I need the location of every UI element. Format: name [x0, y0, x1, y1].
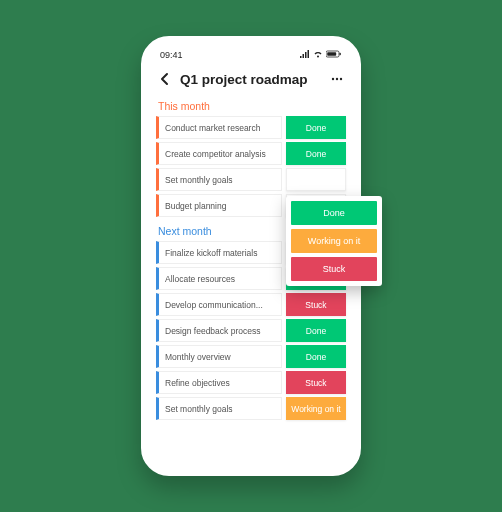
task-cell[interactable]: Finalize kickoff materials: [156, 241, 282, 264]
status-cell[interactable]: Done: [286, 142, 346, 165]
task-cell[interactable]: Budget planning: [156, 194, 282, 217]
page-title: Q1 project roadmap: [180, 72, 322, 87]
svg-rect-2: [340, 53, 341, 55]
status-cell[interactable]: Done: [286, 116, 346, 139]
battery-icon: [326, 50, 342, 60]
svg-point-5: [340, 78, 342, 80]
table-row: Develop communication...Stuck: [156, 293, 346, 316]
svg-point-4: [336, 78, 338, 80]
table-row: Design feedback processDone: [156, 319, 346, 342]
task-cell[interactable]: Allocate resources: [156, 267, 282, 290]
status-picker-popover: DoneWorking on itStuck: [286, 196, 382, 286]
task-cell[interactable]: Develop communication...: [156, 293, 282, 316]
status-cell[interactable]: Stuck: [286, 371, 346, 394]
table-row: Create competitor analysisDone: [156, 142, 346, 165]
wifi-icon: [313, 50, 323, 60]
table-row: Set monthly goalsWorking on it: [156, 397, 346, 420]
svg-point-3: [332, 78, 334, 80]
more-horizontal-icon: [330, 72, 344, 86]
signal-icon: [300, 50, 310, 60]
status-option[interactable]: Done: [291, 201, 377, 225]
task-cell[interactable]: Refine objectives: [156, 371, 282, 394]
table-row: Monthly overviewDone: [156, 345, 346, 368]
section-header-this-month[interactable]: This month: [148, 98, 354, 116]
task-cell[interactable]: Create competitor analysis: [156, 142, 282, 165]
more-button[interactable]: [328, 70, 346, 88]
task-cell[interactable]: Monthly overview: [156, 345, 282, 368]
status-cell[interactable]: Working on it: [286, 397, 346, 420]
status-option[interactable]: Stuck: [291, 257, 377, 281]
chevron-left-icon: [158, 72, 172, 86]
status-time: 09:41: [160, 50, 183, 60]
svg-rect-1: [327, 52, 336, 56]
table-row: Refine objectivesStuck: [156, 371, 346, 394]
phone-frame: 09:41 Q1 project roadmap T: [141, 36, 361, 476]
task-cell[interactable]: Set monthly goals: [156, 168, 282, 191]
page-header: Q1 project roadmap: [148, 62, 354, 98]
status-icons: [300, 50, 342, 60]
table-row: Set monthly goals: [156, 168, 346, 191]
status-bar: 09:41: [148, 43, 354, 62]
task-cell[interactable]: Design feedback process: [156, 319, 282, 342]
table-row: Conduct market researchDone: [156, 116, 346, 139]
status-option[interactable]: Working on it: [291, 229, 377, 253]
back-button[interactable]: [156, 70, 174, 88]
status-cell[interactable]: Stuck: [286, 293, 346, 316]
status-cell[interactable]: Done: [286, 345, 346, 368]
task-cell[interactable]: Conduct market research: [156, 116, 282, 139]
task-cell[interactable]: Set monthly goals: [156, 397, 282, 420]
status-cell[interactable]: [286, 168, 346, 191]
status-cell[interactable]: Done: [286, 319, 346, 342]
